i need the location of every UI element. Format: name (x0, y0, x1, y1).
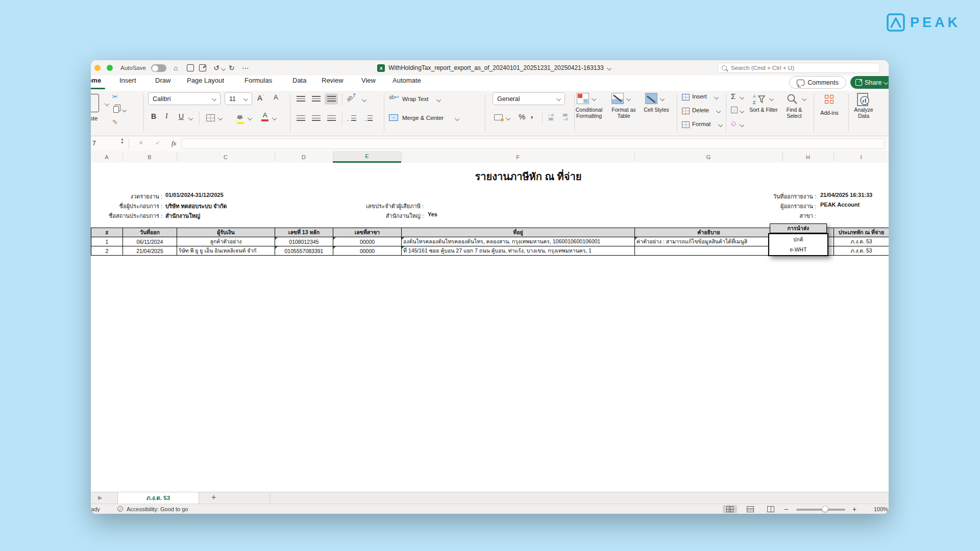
header-cell[interactable]: ประเภทหัก ณ ที่จ่าย (834, 228, 889, 237)
autosave-toggle[interactable] (151, 64, 166, 72)
delete-cells-icon[interactable] (682, 108, 690, 114)
copy-icon[interactable] (113, 106, 119, 113)
find-select-label[interactable]: Find & Select (779, 107, 810, 119)
merge-center-icon[interactable]: ↔ (389, 114, 398, 121)
font-color-icon[interactable]: A (261, 111, 268, 121)
cell[interactable]: ค่าตัวอย่าง : สามารถแก้ไขข้อมูลสินค้าได้… (635, 237, 783, 246)
bold-button[interactable]: B (151, 112, 156, 120)
insert-cells-chevron-icon[interactable] (714, 95, 719, 99)
decrease-decimal-icon[interactable]: .00→0 (561, 113, 568, 121)
clear-icon[interactable]: ◇ (731, 119, 736, 127)
cell-styles-label[interactable]: Cell Styles (641, 107, 672, 113)
format-cells-label[interactable]: Format (692, 121, 710, 127)
share-button[interactable]: ↗ Share (850, 76, 889, 89)
tab-page-layout[interactable]: Page Layout (187, 77, 224, 84)
underline-chevron-icon[interactable] (188, 116, 193, 120)
tab-insert[interactable]: Insert (119, 77, 136, 84)
formula-input[interactable] (182, 139, 884, 148)
underline-button[interactable]: U (179, 112, 184, 120)
search-box[interactable] (718, 63, 880, 73)
sheet-tab-active[interactable]: ภ.ง.ด. 53 (117, 492, 199, 504)
cell[interactable]: ภ.ง.ด. 53 (834, 237, 889, 246)
zoom-out-button[interactable]: − (784, 504, 788, 514)
wrap-text-chevron-icon[interactable] (436, 97, 441, 102)
merge-center-chevron-icon[interactable] (455, 116, 459, 121)
fx-icon[interactable]: fx (172, 139, 176, 147)
merge-center-label[interactable]: Merge & Center (402, 115, 444, 121)
info-value[interactable]: 01/01/2024-31/12/2025 (165, 192, 224, 198)
align-center-button[interactable] (309, 113, 323, 124)
format-as-table-label[interactable]: Format as Table (605, 107, 642, 119)
zoom-traffic-light[interactable] (107, 65, 113, 71)
find-select-icon[interactable] (786, 93, 798, 106)
autosum-chevron-icon[interactable] (740, 95, 744, 99)
cell-styles-chevron-icon[interactable] (660, 96, 665, 101)
undo-chevron-icon[interactable] (221, 66, 226, 71)
info-value[interactable]: PEAK Account (820, 202, 860, 208)
title-chevron-icon[interactable] (607, 65, 611, 70)
home-icon[interactable]: ⌂ (174, 60, 178, 76)
tab-data[interactable]: Data (292, 77, 306, 84)
zoom-in-button[interactable]: + (852, 504, 856, 514)
dropdown-option[interactable]: ปกติ (769, 234, 827, 244)
paste-label[interactable]: Paste (91, 115, 97, 121)
format-as-table-chevron-icon[interactable] (626, 96, 631, 101)
header-cell[interactable]: วันที่ออก (123, 228, 177, 237)
decrease-indent-icon[interactable]: ← (346, 114, 356, 123)
add-sheet-button[interactable]: + (211, 493, 216, 502)
header-cell[interactable]: คำอธิบาย (635, 228, 783, 237)
increase-decimal-icon[interactable]: ←0.00 (547, 113, 553, 121)
cell[interactable]: 0108012345 (275, 237, 333, 246)
find-select-chevron-icon[interactable] (802, 96, 806, 101)
percent-style-icon[interactable]: % (519, 112, 525, 121)
accounting-format-icon[interactable] (494, 114, 503, 120)
fill-color-icon[interactable] (237, 112, 244, 124)
info-value[interactable]: 21/04/2025 16:31:33 (820, 192, 872, 198)
info-value[interactable]: Yes (428, 211, 437, 217)
borders-chevron-icon[interactable] (218, 116, 223, 120)
font-name-select[interactable]: Calibri (148, 92, 220, 105)
cell[interactable]: ที่ 145/161 ซอย คู้บอน 27 แยก 7 ถนน คู้บ… (402, 246, 635, 256)
format-as-table-icon[interactable] (611, 93, 624, 104)
analyze-data-icon[interactable] (856, 92, 871, 107)
tab-draw[interactable]: Draw (155, 77, 170, 84)
tab-automate[interactable]: Automate (393, 77, 421, 84)
orientation-icon[interactable]: ab↗ (345, 91, 358, 103)
cell[interactable]: 00000 (333, 246, 402, 256)
cell[interactable]: ภ.ง.ด. 53 (834, 246, 889, 256)
column-header-f[interactable]: F (401, 151, 634, 163)
undo-icon[interactable]: ↺ (213, 60, 219, 76)
copy-chevron-icon[interactable] (122, 108, 127, 112)
cell[interactable]: 0105557083391 (275, 246, 333, 256)
increase-font-size-icon[interactable]: Aˆ (257, 93, 264, 102)
enter-icon[interactable]: ✓ (155, 139, 160, 146)
column-header-h[interactable]: H (782, 151, 834, 163)
borders-icon[interactable] (206, 114, 215, 121)
sort-filter-icon[interactable]: A Z (752, 93, 766, 106)
info-value[interactable]: สำนักงานใหญ่ (165, 211, 200, 220)
column-header-b[interactable]: B (122, 151, 177, 163)
conditional-formatting-chevron-icon[interactable] (592, 96, 596, 101)
font-color-chevron-icon[interactable] (272, 116, 277, 120)
decrease-font-size-icon[interactable]: Aˇ (274, 93, 279, 103)
search-input[interactable] (730, 64, 870, 71)
paste-icon[interactable] (91, 94, 99, 112)
normal-view-icon[interactable] (723, 505, 737, 513)
comma-style-icon[interactable]: , (531, 110, 533, 120)
number-format-select[interactable]: General (493, 92, 565, 105)
name-box-stepper[interactable]: ▲▼ (120, 137, 124, 144)
format-cells-chevron-icon[interactable] (718, 122, 723, 127)
delete-cells-chevron-icon[interactable] (716, 109, 721, 113)
increase-indent-icon[interactable]: → (362, 114, 373, 123)
accounting-chevron-icon[interactable] (506, 116, 510, 120)
format-painter-icon[interactable]: ✎ (112, 118, 118, 126)
tab-home[interactable]: Home (91, 77, 101, 84)
header-cell[interactable]: เลขที่สาขา (333, 228, 402, 237)
column-header-c[interactable]: C (177, 151, 275, 163)
analyze-data-label[interactable]: Analyze Data (850, 107, 877, 119)
cell[interactable]: ริษัท พี ยู ยู เอ็น อินเทลลิเจนท์ จำกั (177, 246, 275, 256)
header-cell[interactable]: # (91, 228, 123, 237)
align-middle-button[interactable] (309, 93, 323, 105)
cell[interactable]: ลูกค้าตัวอย่าง (177, 237, 275, 246)
fill-down-icon[interactable]: ↓ (731, 107, 738, 113)
